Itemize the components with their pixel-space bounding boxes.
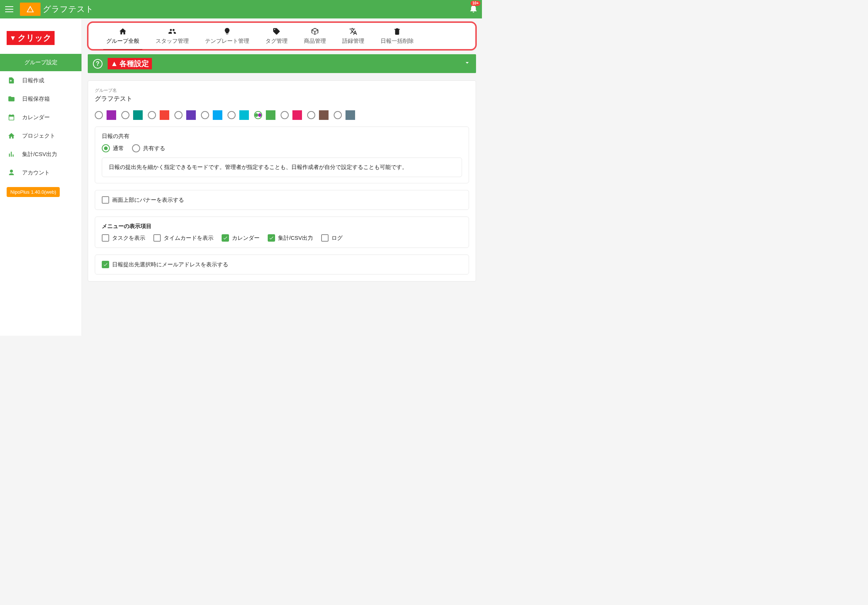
account-icon (8, 169, 16, 177)
sidebar-item-label: カレンダー (22, 114, 50, 121)
color-option[interactable] (201, 110, 222, 120)
sidebar-item[interactable]: アカウント (0, 163, 82, 182)
radio-icon (102, 144, 110, 152)
menu-option-label: ログ (332, 234, 343, 242)
color-option[interactable] (307, 110, 329, 120)
menu-option-label: 集計/CSV出力 (278, 234, 313, 242)
file-plus-icon (8, 76, 16, 84)
color-swatch (160, 110, 169, 120)
radio-icon (334, 111, 342, 119)
home-icon (8, 132, 16, 140)
color-swatches (95, 110, 469, 120)
sidebar-item[interactable]: 集計/CSV出力 (0, 145, 82, 163)
tab[interactable]: 日報一括削除 (372, 22, 422, 50)
tab-label: 語録管理 (342, 38, 364, 44)
translate-icon (349, 27, 357, 36)
radio-icon (228, 111, 236, 119)
menu-option[interactable]: ログ (321, 234, 343, 242)
notification-badge: 10+ (471, 1, 480, 6)
menu-option[interactable]: タスクを表示 (102, 234, 145, 242)
tab[interactable]: テンプレート管理 (197, 22, 257, 50)
box-icon (311, 27, 319, 36)
checkbox-icon (102, 234, 109, 242)
tab-label: 商品管理 (304, 38, 326, 44)
menu-option-label: タイムカードを表示 (164, 234, 214, 242)
color-option[interactable] (254, 110, 276, 120)
radio-icon (307, 111, 315, 119)
chevron-down-icon[interactable] (463, 59, 471, 68)
annotation-label: クリック (18, 33, 52, 43)
sidebar: ▼クリック グループ設定日報作成日報保存箱カレンダープロジェクト集計/CSV出力… (0, 19, 82, 336)
chart-icon (8, 150, 16, 158)
color-swatch (186, 110, 196, 120)
checkbox-icon (222, 234, 229, 242)
color-swatch (133, 110, 143, 120)
tab-label: スタッフ管理 (156, 38, 189, 44)
tab[interactable]: 語録管理 (334, 22, 372, 50)
tabs-container: グループ全般スタッフ管理テンプレート管理タグ管理商品管理語録管理日報一括削除 (88, 22, 476, 50)
menu-items-title: メニューの表示項目 (102, 223, 462, 230)
group-name-value[interactable]: グラフテスト (95, 95, 469, 103)
tag-icon (273, 27, 281, 36)
version-chip[interactable]: NipoPlus 1.40.0(web) (7, 187, 60, 197)
section-header[interactable]: ? ▲各種設定 (88, 54, 476, 73)
radio-label: 通常 (113, 145, 124, 152)
sidebar-item-label: アカウント (22, 169, 50, 176)
trash-icon (393, 27, 401, 36)
menu-option-label: タスクを表示 (112, 234, 145, 242)
folder-icon (8, 95, 16, 103)
app-logo (20, 3, 40, 16)
tab[interactable]: スタッフ管理 (147, 22, 197, 50)
color-swatch (346, 110, 355, 120)
tab-label: グループ全般 (106, 38, 140, 44)
people-icon (168, 27, 176, 36)
sidebar-item-label: 日報保存箱 (22, 96, 50, 102)
menu-option[interactable]: 集計/CSV出力 (268, 234, 313, 242)
group-name-label: グループ名 (95, 87, 469, 94)
radio-icon (254, 111, 262, 119)
section-title: 各種設定 (119, 59, 149, 68)
sidebar-item[interactable]: カレンダー (0, 108, 82, 127)
color-swatch (213, 110, 222, 120)
share-radio[interactable]: 通常 (102, 144, 124, 152)
sidebar-item[interactable]: 日報作成 (0, 71, 82, 90)
color-option[interactable] (334, 110, 355, 120)
color-option[interactable] (281, 110, 302, 120)
annotation-section-tag: ▲各種設定 (108, 58, 152, 69)
radio-label: 共有する (143, 145, 165, 152)
sidebar-item-label: 集計/CSV出力 (22, 151, 57, 158)
sidebar-item[interactable]: プロジェクト (0, 127, 82, 145)
notifications-button[interactable]: 10+ (469, 4, 478, 15)
color-option[interactable] (95, 110, 116, 120)
sidebar-item-label: 日報作成 (22, 77, 44, 84)
tab[interactable]: 商品管理 (296, 22, 334, 50)
checkbox-icon (268, 234, 275, 242)
email-checkbox[interactable]: 日報提出先選択時にメールアドレスを表示する (102, 261, 228, 268)
color-swatch (292, 110, 302, 120)
help-icon[interactable]: ? (93, 59, 102, 68)
sidebar-item[interactable]: 日報保存箱 (0, 90, 82, 108)
color-swatch (266, 110, 276, 120)
menu-option[interactable]: タイムカードを表示 (153, 234, 214, 242)
radio-icon (95, 111, 103, 119)
banner-checkbox[interactable]: 画面上部にバナーを表示する (102, 196, 184, 204)
color-option[interactable] (148, 110, 169, 120)
share-radio[interactable]: 共有する (132, 144, 165, 152)
tab[interactable]: タグ管理 (257, 22, 296, 50)
menu-option[interactable]: カレンダー (222, 234, 260, 242)
hamburger-icon[interactable] (4, 4, 15, 15)
radio-icon (201, 111, 209, 119)
color-option[interactable] (228, 110, 249, 120)
color-option[interactable] (121, 110, 143, 120)
share-description: 日報の提出先を細かく指定できるモードです。管理者が指定することも、日報作成者が自… (102, 158, 462, 177)
home-icon (119, 27, 127, 36)
color-option[interactable] (174, 110, 196, 120)
sidebar-item[interactable]: グループ設定 (0, 54, 82, 71)
checkbox-icon (321, 234, 329, 242)
radio-icon (121, 111, 129, 119)
color-swatch (319, 110, 329, 120)
sidebar-item-label: グループ設定 (8, 59, 74, 66)
banner-checkbox-label: 画面上部にバナーを表示する (112, 197, 184, 204)
tab[interactable]: グループ全般 (98, 22, 147, 50)
tab-label: テンプレート管理 (205, 38, 249, 44)
